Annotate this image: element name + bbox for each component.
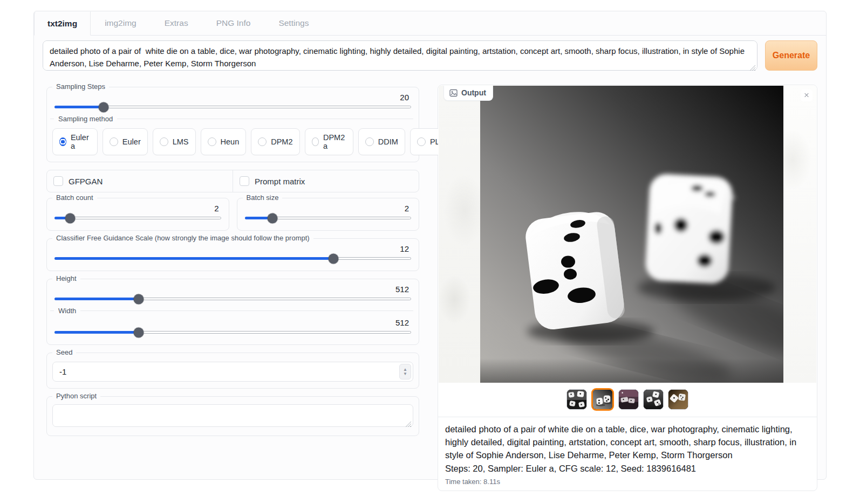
tab-bar: txt2img img2img Extras PNG Info Settings <box>34 11 826 36</box>
radio-heun[interactable]: Heun <box>201 128 247 155</box>
output-image[interactable] <box>480 86 783 383</box>
prompt-input[interactable] <box>43 40 757 71</box>
python-script-input[interactable] <box>52 404 413 427</box>
dimensions-panel: Height 512 Width 512 <box>46 279 419 345</box>
cfg-slider[interactable] <box>54 257 411 260</box>
sampling-method-label: Sampling method <box>50 115 413 123</box>
batch-size-slider[interactable] <box>245 217 412 219</box>
prompt-matrix-checkbox[interactable]: Prompt matrix <box>233 170 419 192</box>
output-panel: Output × <box>438 85 817 491</box>
options-row: GFPGAN Prompt matrix <box>46 170 419 192</box>
radio-icon <box>258 137 267 146</box>
radio-icon <box>208 137 216 146</box>
width-value: 512 <box>52 318 413 327</box>
radio-icon <box>365 137 374 146</box>
settings-column: Sampling Steps 20 Sampling method Euler … <box>43 80 423 444</box>
radio-euler-a[interactable]: Euler a <box>52 128 98 155</box>
gallery-thumb-3[interactable] <box>618 389 639 410</box>
time-taken-text: Time taken: 8.11s <box>445 478 810 486</box>
python-script-panel: Python script <box>46 396 419 436</box>
batch-size-value: 2 <box>243 204 414 213</box>
radio-icon <box>160 137 168 146</box>
app-window: txt2img img2img Extras PNG Info Settings… <box>33 11 827 480</box>
radio-ddim[interactable]: DDIM <box>358 128 405 155</box>
image-viewer: Output × <box>438 85 817 383</box>
main-columns: Sampling Steps 20 Sampling method Euler … <box>34 76 826 491</box>
sampling-steps-slider[interactable] <box>54 106 411 108</box>
gallery-thumb-2[interactable] <box>591 388 614 411</box>
number-stepper[interactable]: ▲ ▼ <box>399 364 411 379</box>
generate-button[interactable]: Generate <box>765 40 817 71</box>
gallery-thumb-1[interactable] <box>566 389 587 410</box>
chevron-up-icon[interactable]: ▲ <box>403 368 407 371</box>
radio-dpm2-a[interactable]: DPM2 a <box>305 128 353 155</box>
sampling-steps-value: 20 <box>52 93 413 102</box>
batch-count-value: 2 <box>52 204 223 213</box>
close-icon[interactable]: × <box>801 89 813 101</box>
prompt-row: Generate <box>43 40 817 73</box>
slider-knob[interactable] <box>133 327 144 337</box>
carousel-left-peek <box>439 86 480 383</box>
radio-euler[interactable]: Euler <box>103 128 148 155</box>
sampling-panel: Sampling Steps 20 Sampling method Euler … <box>46 87 419 162</box>
tab-txt2img[interactable]: txt2img <box>34 11 91 36</box>
slider-fill <box>54 106 103 108</box>
gfpgan-checkbox[interactable]: GFPGAN <box>47 170 233 192</box>
tab-extras[interactable]: Extras <box>151 11 202 35</box>
width-slider[interactable] <box>54 331 411 334</box>
radio-icon <box>312 137 319 146</box>
seed-input[interactable] <box>52 362 413 382</box>
output-header: Output <box>443 86 493 101</box>
slider-knob[interactable] <box>65 213 75 223</box>
image-icon <box>449 89 458 97</box>
sampling-method-group: Euler a Euler LMS Heun <box>52 128 413 155</box>
slider-knob[interactable] <box>133 294 144 304</box>
output-params-text: Steps: 20, Sampler: Euler a, CFG scale: … <box>445 462 810 475</box>
batch-row: Batch count 2 Batch size 2 <box>43 198 423 238</box>
radio-dpm2[interactable]: DPM2 <box>251 128 299 155</box>
checkbox-icon[interactable] <box>240 176 249 186</box>
radio-icon <box>59 137 66 146</box>
height-value: 512 <box>52 285 413 294</box>
batch-count-panel: Batch count 2 <box>46 198 229 231</box>
output-prompt-text: detailed photo of a pair of white die on… <box>445 423 810 461</box>
batch-count-slider[interactable] <box>54 217 221 219</box>
chevron-down-icon[interactable]: ▼ <box>403 372 407 376</box>
width-label: Width <box>50 307 413 315</box>
height-slider[interactable] <box>54 298 411 300</box>
tab-settings[interactable]: Settings <box>264 11 323 35</box>
sampling-steps-label: Sampling Steps <box>52 82 109 91</box>
tab-img2img[interactable]: img2img <box>91 11 151 35</box>
slider-knob[interactable] <box>328 253 338 264</box>
seed-panel: Seed ▲ ▼ <box>46 353 419 389</box>
gallery-strip <box>438 383 817 417</box>
batch-size-panel: Batch size 2 <box>237 198 420 231</box>
gallery-thumb-4[interactable] <box>643 389 664 410</box>
slider-knob[interactable] <box>268 213 278 223</box>
cfg-value: 12 <box>52 244 413 253</box>
tab-png-info[interactable]: PNG Info <box>202 11 265 35</box>
checkbox-icon[interactable] <box>53 176 63 186</box>
generation-info: detailed photo of a pair of white die on… <box>438 417 817 491</box>
radio-icon <box>110 137 118 146</box>
radio-icon <box>417 137 426 146</box>
slider-knob[interactable] <box>99 102 109 112</box>
radio-lms[interactable]: LMS <box>153 128 196 155</box>
cfg-panel: Classifier Free Guidance Scale (how stro… <box>46 238 419 271</box>
gallery-thumb-5[interactable] <box>668 389 688 410</box>
